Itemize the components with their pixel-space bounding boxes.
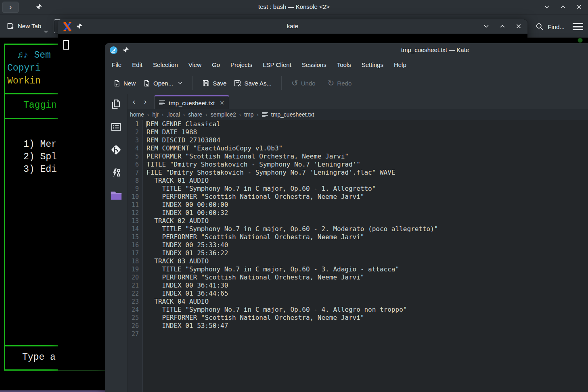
- editor-line[interactable]: 10 PERFORMER "Scottish National Orchestr…: [128, 193, 588, 201]
- tab-close-icon[interactable]: ✕: [220, 100, 224, 106]
- editor-line[interactable]: 13 TRACK 02 AUDIO: [128, 217, 588, 225]
- menu-file[interactable]: File: [107, 61, 127, 68]
- menu-help[interactable]: Help: [389, 61, 412, 68]
- menu-sessions[interactable]: Sessions: [297, 61, 332, 68]
- new-button[interactable]: New: [113, 79, 136, 87]
- lsp-symbols-icon[interactable]: [111, 167, 121, 178]
- redo-button[interactable]: ↻ Redo: [328, 79, 352, 87]
- editor-line[interactable]: 8 TRACK 01 AUDIO: [128, 177, 588, 185]
- breadcrumb-share[interactable]: share: [188, 111, 202, 118]
- save-as-button[interactable]: Save As...: [234, 79, 272, 87]
- find-label: Find...: [548, 23, 565, 30]
- pin-icon[interactable]: [36, 4, 42, 10]
- undo-button[interactable]: ↺ Undo: [291, 79, 316, 87]
- menu-go[interactable]: Go: [207, 61, 225, 68]
- new-label: New: [123, 80, 136, 87]
- line-text: INDEX 00 36:41:30: [143, 281, 228, 290]
- find-button[interactable]: Find...: [536, 23, 565, 31]
- editor-line[interactable]: 4REM COMMENT "ExactAudioCopy v1.0b3": [128, 144, 588, 152]
- tab-next-icon[interactable]: ›: [140, 96, 150, 107]
- line-number: 24: [128, 306, 143, 314]
- terminal-working-line: Workin: [7, 77, 41, 86]
- breadcrumb-file[interactable]: tmp_cuesheet.txt: [271, 111, 314, 118]
- undo-label: Undo: [301, 80, 316, 87]
- editor-line[interactable]: 12 INDEX 01 00:00:32: [128, 209, 588, 217]
- editor-line[interactable]: 2REM DATE 1988: [128, 128, 588, 136]
- line-text: TRACK 02 AUDIO: [143, 217, 209, 225]
- editor-line[interactable]: 21 INDEX 00 36:41:30: [128, 281, 588, 290]
- tab-tmp-cuesheet[interactable]: tmp_cuesheet.txt ✕: [154, 95, 229, 109]
- close-icon[interactable]: [576, 4, 582, 10]
- terminal-menu-line: 1) Mer: [23, 140, 57, 149]
- menu-lsp-client[interactable]: LSP Client: [257, 61, 297, 68]
- tab-label: tmp_cuesheet.txt: [169, 100, 215, 106]
- editor-line[interactable]: 1REM GENRE Classical: [128, 120, 588, 128]
- chevron-down-icon: [44, 30, 48, 33]
- pin-icon[interactable]: [76, 23, 83, 30]
- menu-view[interactable]: View: [183, 61, 207, 68]
- kate-titlebar[interactable]: tmp_cuesheet.txt — Kate: [105, 43, 588, 57]
- filesystem-panel-icon[interactable]: [111, 121, 121, 132]
- menu-projects[interactable]: Projects: [225, 61, 257, 68]
- editor-lines: 1REM GENRE Classical2REM DATE 19883REM D…: [128, 120, 588, 338]
- editor-line[interactable]: 16 INDEX 00 25:33:40: [128, 241, 588, 249]
- editor-line[interactable]: 20 PERFORMER "Scottish National Orchestr…: [128, 273, 588, 281]
- menu-hamburger-icon[interactable]: [573, 23, 583, 30]
- breadcrumb-local[interactable]: .local: [167, 111, 180, 118]
- minimize-icon[interactable]: [544, 4, 550, 10]
- breadcrumb-separator: ›: [239, 112, 241, 118]
- breadcrumb-semplice2[interactable]: semplice2: [211, 111, 236, 118]
- line-text: INDEX 01 00:00:32: [143, 209, 228, 217]
- editor-line[interactable]: 23 TRACK 04 AUDIO: [128, 298, 588, 306]
- editor-line[interactable]: 15 PERFORMER "Scottish National Orchestr…: [128, 233, 588, 241]
- editor-line[interactable]: 3REM DISCID 27103804: [128, 136, 588, 144]
- documents-icon[interactable]: [111, 99, 121, 110]
- text-cursor: [146, 121, 147, 127]
- line-text: PERFORMER "Scottish National Orchestra, …: [143, 193, 364, 201]
- editor-line[interactable]: 5PERFORMER "Scottish National Orchestra,…: [128, 152, 588, 161]
- kate-loading-titlebar[interactable]: kate: [58, 19, 527, 34]
- save-button[interactable]: Save: [202, 79, 226, 87]
- kate-window: tmp_cuesheet.txt — Kate File Edit Select…: [105, 43, 588, 392]
- editor-line[interactable]: 27: [128, 330, 588, 338]
- breadcrumb-hjr[interactable]: hjr: [152, 111, 159, 118]
- editor-line[interactable]: 9 TITLE "Symphony No.7 in C major, Op.60…: [128, 185, 588, 193]
- terminal-box-border: [4, 44, 5, 369]
- projects-folder-icon[interactable]: [110, 190, 122, 200]
- menu-settings[interactable]: Settings: [356, 61, 389, 68]
- menu-edit[interactable]: Edit: [127, 61, 148, 68]
- editor-line[interactable]: 11 INDEX 00 00:00:00: [128, 201, 588, 209]
- editor-line[interactable]: 24 TITLE "Symphony No.7 in C major, Op.6…: [128, 306, 588, 314]
- line-number: 21: [128, 281, 143, 290]
- line-text: INDEX 01 25:36:22: [143, 249, 228, 257]
- editor-line[interactable]: 19 TITLE "Symphony No.7 in C major, Op.6…: [128, 265, 588, 273]
- editor-line[interactable]: 6TITLE "Dmitry Shostakovich - Symphony N…: [128, 161, 588, 169]
- editor-line[interactable]: 14 TITLE "Symphony No.7 in C major, Op.6…: [128, 225, 588, 233]
- line-number: 22: [128, 290, 143, 298]
- menu-tools[interactable]: Tools: [332, 61, 356, 68]
- konsole-titlebar[interactable]: › test : bash — Konsole <2>: [0, 0, 588, 15]
- open-button[interactable]: Open...: [143, 79, 182, 87]
- line-text: TRACK 03 AUDIO: [143, 257, 209, 265]
- maximize-icon[interactable]: [499, 23, 506, 29]
- editor-line[interactable]: 18 TRACK 03 AUDIO: [128, 257, 588, 265]
- kate-menubar: File Edit Selection View Go Projects LSP…: [105, 57, 588, 72]
- pin-icon[interactable]: [122, 47, 129, 54]
- new-tab-button[interactable]: New Tab: [5, 18, 50, 34]
- close-icon[interactable]: [515, 23, 522, 29]
- editor-line[interactable]: 25 PERFORMER "Scottish National Orchestr…: [128, 314, 588, 322]
- menu-selection[interactable]: Selection: [148, 61, 183, 68]
- line-number: 13: [128, 217, 143, 225]
- tab-prev-icon[interactable]: ‹: [129, 96, 139, 107]
- git-icon[interactable]: [110, 144, 122, 156]
- text-editor[interactable]: 1REM GENRE Classical2REM DATE 19883REM D…: [128, 120, 588, 392]
- editor-line[interactable]: 22 INDEX 01 36:44:65: [128, 290, 588, 298]
- editor-line[interactable]: 17 INDEX 01 25:36:22: [128, 249, 588, 257]
- breadcrumb-tmp[interactable]: tmp: [244, 111, 253, 118]
- breadcrumb-home[interactable]: home: [130, 111, 144, 118]
- editor-line[interactable]: 26 INDEX 01 53:50:47: [128, 322, 588, 330]
- editor-line[interactable]: 7FILE "Dmitry Shostakovich - Symphony No…: [128, 169, 588, 177]
- maximize-icon[interactable]: [560, 4, 566, 10]
- expand-toolbar-button[interactable]: ›: [2, 2, 19, 13]
- minimize-icon[interactable]: [483, 23, 490, 29]
